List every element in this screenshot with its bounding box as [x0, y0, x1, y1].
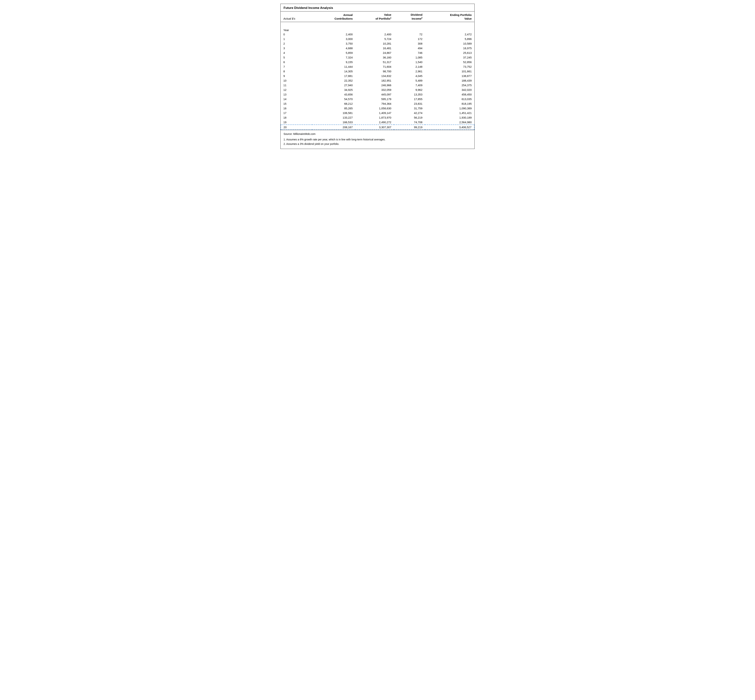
cell-contributions: 2,400	[312, 32, 355, 37]
cell-dividend: 5,489	[394, 78, 425, 83]
cell-year: 14	[281, 97, 312, 102]
cell-dividend: 746	[394, 50, 425, 55]
cell-contributions: 7,324	[312, 55, 355, 60]
table-row: 14 54,570 595,179 17,855 613,035	[281, 97, 474, 102]
cell-year: 20	[281, 125, 312, 130]
cell-contributions: 22,352	[312, 78, 355, 83]
cell-contributions: 106,581	[312, 111, 355, 115]
cell-dividend: 2,148	[394, 64, 425, 69]
cell-ending: 1,090,389	[425, 106, 474, 111]
year-label-row: Year	[281, 27, 474, 32]
cell-ending: 138,877	[425, 73, 474, 78]
cell-year: 11	[281, 83, 312, 88]
cell-dividend: 1,540	[394, 60, 425, 64]
cell-value: 2,400	[355, 32, 394, 37]
cell-value: 2,490,272	[355, 120, 394, 125]
cell-contributions: 14,305	[312, 69, 355, 73]
table-title: Future Dividend Income Analysis	[281, 4, 474, 11]
cell-contributions: 166,533	[312, 120, 355, 125]
cell-ending: 1,930,189	[425, 115, 474, 120]
cell-year: 4	[281, 50, 312, 55]
table-row: 1 3,000 5,724 172 5,896	[281, 37, 474, 41]
cell-dividend: 42,274	[394, 111, 425, 115]
header-value: Valueof Portfolio1	[355, 11, 394, 22]
table-row: 3 4,688 16,481 494 16,975	[281, 46, 474, 50]
cell-ending: 101,661	[425, 69, 474, 73]
cell-year: 13	[281, 92, 312, 97]
cell-ending: 73,752	[425, 64, 474, 69]
cell-dividend: 308	[394, 41, 425, 46]
cell-dividend: 31,759	[394, 106, 425, 111]
cell-ending: 1,451,421	[425, 111, 474, 115]
cell-value: 36,160	[355, 55, 394, 60]
table-row: 16 85,265 1,058,630 31,759 1,090,389	[281, 106, 474, 111]
table-row: 5 7,324 36,160 1,085 37,245	[281, 55, 474, 60]
cell-contributions: 5,859	[312, 50, 355, 55]
cell-year: 6	[281, 60, 312, 64]
cell-ending: 188,439	[425, 78, 474, 83]
cell-year: 12	[281, 88, 312, 92]
cell-contributions: 17,881	[312, 73, 355, 78]
cell-year: 18	[281, 115, 312, 120]
cell-ending: 818,195	[425, 102, 474, 106]
cell-ending: 458,450	[425, 92, 474, 97]
cell-contributions: 43,656	[312, 92, 355, 97]
cell-ending: 342,020	[425, 88, 474, 92]
cell-value: 1,873,970	[355, 115, 394, 120]
table-row: 13 43,656 445,097 13,353 458,450	[281, 92, 474, 97]
cell-year: 8	[281, 69, 312, 73]
cell-dividend: 17,855	[394, 97, 425, 102]
table-header-row: Actual $'s AnnualContributions Valueof P…	[281, 11, 474, 22]
cell-ending: 25,613	[425, 50, 474, 55]
cell-year: 16	[281, 106, 312, 111]
cell-year: 19	[281, 120, 312, 125]
year-label: Year	[281, 27, 474, 32]
cell-value: 51,317	[355, 60, 394, 64]
cell-ending: 2,564,980	[425, 120, 474, 125]
table-row: 18 133,227 1,873,970 56,219 1,930,189	[281, 115, 474, 120]
cell-year: 15	[281, 102, 312, 106]
cell-dividend: 72	[394, 32, 425, 37]
cell-contributions: 3,000	[312, 37, 355, 41]
cell-dividend: 99,219	[394, 125, 425, 130]
cell-ending: 2,472	[425, 32, 474, 37]
table-body: Year 0 2,400 2,400 72 2,472 1 3,000 5,72…	[281, 22, 474, 130]
cell-year: 7	[281, 64, 312, 69]
cell-dividend: 494	[394, 46, 425, 50]
cell-value: 1,409,147	[355, 111, 394, 115]
footer-section: Source: MillionaireMob.com 1. Assumes a …	[281, 130, 474, 149]
cell-contributions: 208,167	[312, 125, 355, 130]
header-contributions: AnnualContributions	[312, 11, 355, 22]
table-row: 15 68,212 794,364 23,831 818,195	[281, 102, 474, 106]
cell-value: 595,179	[355, 97, 394, 102]
data-table: Actual $'s AnnualContributions Valueof P…	[281, 11, 474, 130]
cell-contributions: 133,227	[312, 115, 355, 120]
cell-ending: 10,589	[425, 41, 474, 46]
cell-value: 134,832	[355, 73, 394, 78]
table-row: 7 11,444 71,604 2,148 73,752	[281, 64, 474, 69]
spacer-row	[281, 22, 474, 27]
cell-value: 1,058,630	[355, 106, 394, 111]
cell-contributions: 9,155	[312, 60, 355, 64]
cell-ending: 3,406,527	[425, 125, 474, 130]
cell-ending: 5,896	[425, 37, 474, 41]
cell-year: 10	[281, 78, 312, 83]
cell-year: 9	[281, 73, 312, 78]
cell-dividend: 4,045	[394, 73, 425, 78]
cell-ending: 613,035	[425, 97, 474, 102]
cell-dividend: 23,831	[394, 102, 425, 106]
cell-dividend: 13,353	[394, 92, 425, 97]
table-row: 2 3,750 10,281 308 10,589	[281, 41, 474, 46]
header-dividend-sup: 2	[421, 17, 423, 19]
cell-value: 24,867	[355, 50, 394, 55]
table-row: 0 2,400 2,400 72 2,472	[281, 32, 474, 37]
cell-dividend: 172	[394, 37, 425, 41]
cell-year: 2	[281, 41, 312, 46]
header-subtitle: Actual $'s	[283, 17, 295, 20]
cell-contributions: 4,688	[312, 46, 355, 50]
cell-ending: 37,245	[425, 55, 474, 60]
cell-dividend: 1,085	[394, 55, 425, 60]
cell-year: 3	[281, 46, 312, 50]
table-row: 11 27,940 246,966 7,409 254,375	[281, 83, 474, 88]
cell-contributions: 27,940	[312, 83, 355, 88]
